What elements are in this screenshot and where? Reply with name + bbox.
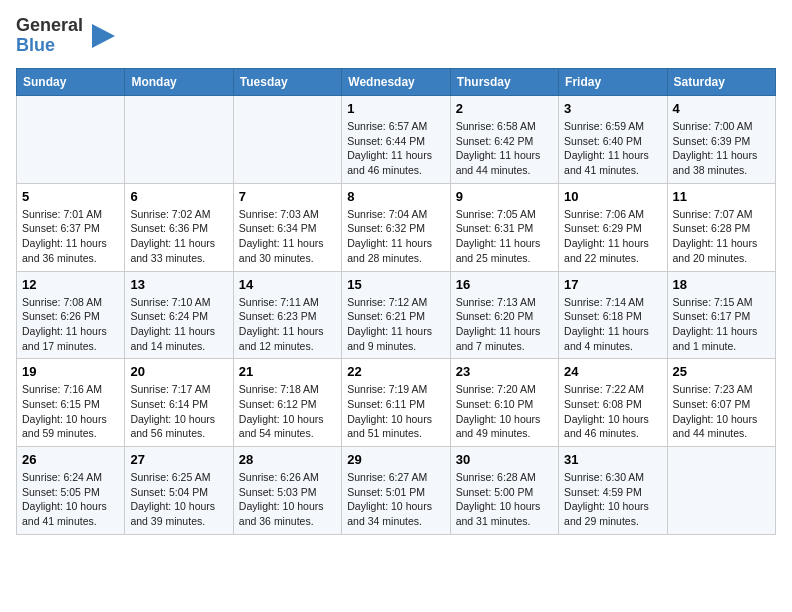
day-cell [667, 447, 775, 535]
day-cell: 25Sunrise: 7:23 AM Sunset: 6:07 PM Dayli… [667, 359, 775, 447]
logo-arrow-icon [87, 16, 117, 56]
header: General Blue [16, 16, 776, 56]
day-cell: 15Sunrise: 7:12 AM Sunset: 6:21 PM Dayli… [342, 271, 450, 359]
day-info: Sunrise: 6:57 AM Sunset: 6:44 PM Dayligh… [347, 119, 444, 178]
col-header-sunday: Sunday [17, 69, 125, 96]
day-cell: 30Sunrise: 6:28 AM Sunset: 5:00 PM Dayli… [450, 447, 558, 535]
col-header-tuesday: Tuesday [233, 69, 341, 96]
day-number: 4 [673, 101, 770, 116]
day-cell: 23Sunrise: 7:20 AM Sunset: 6:10 PM Dayli… [450, 359, 558, 447]
week-row-2: 5Sunrise: 7:01 AM Sunset: 6:37 PM Daylig… [17, 183, 776, 271]
day-number: 30 [456, 452, 553, 467]
day-cell: 6Sunrise: 7:02 AM Sunset: 6:36 PM Daylig… [125, 183, 233, 271]
day-info: Sunrise: 7:17 AM Sunset: 6:14 PM Dayligh… [130, 382, 227, 441]
col-header-wednesday: Wednesday [342, 69, 450, 96]
day-info: Sunrise: 7:11 AM Sunset: 6:23 PM Dayligh… [239, 295, 336, 354]
day-number: 7 [239, 189, 336, 204]
day-info: Sunrise: 6:59 AM Sunset: 6:40 PM Dayligh… [564, 119, 661, 178]
day-number: 2 [456, 101, 553, 116]
day-number: 5 [22, 189, 119, 204]
day-cell: 27Sunrise: 6:25 AM Sunset: 5:04 PM Dayli… [125, 447, 233, 535]
day-info: Sunrise: 7:02 AM Sunset: 6:36 PM Dayligh… [130, 207, 227, 266]
day-info: Sunrise: 7:16 AM Sunset: 6:15 PM Dayligh… [22, 382, 119, 441]
week-row-3: 12Sunrise: 7:08 AM Sunset: 6:26 PM Dayli… [17, 271, 776, 359]
day-cell: 8Sunrise: 7:04 AM Sunset: 6:32 PM Daylig… [342, 183, 450, 271]
day-info: Sunrise: 6:25 AM Sunset: 5:04 PM Dayligh… [130, 470, 227, 529]
day-number: 25 [673, 364, 770, 379]
day-cell: 18Sunrise: 7:15 AM Sunset: 6:17 PM Dayli… [667, 271, 775, 359]
day-cell: 9Sunrise: 7:05 AM Sunset: 6:31 PM Daylig… [450, 183, 558, 271]
day-cell: 20Sunrise: 7:17 AM Sunset: 6:14 PM Dayli… [125, 359, 233, 447]
day-number: 14 [239, 277, 336, 292]
day-number: 17 [564, 277, 661, 292]
day-number: 23 [456, 364, 553, 379]
day-number: 6 [130, 189, 227, 204]
day-info: Sunrise: 7:04 AM Sunset: 6:32 PM Dayligh… [347, 207, 444, 266]
day-number: 20 [130, 364, 227, 379]
day-cell: 22Sunrise: 7:19 AM Sunset: 6:11 PM Dayli… [342, 359, 450, 447]
day-cell: 28Sunrise: 6:26 AM Sunset: 5:03 PM Dayli… [233, 447, 341, 535]
calendar-table: SundayMondayTuesdayWednesdayThursdayFrid… [16, 68, 776, 535]
day-info: Sunrise: 7:00 AM Sunset: 6:39 PM Dayligh… [673, 119, 770, 178]
day-number: 1 [347, 101, 444, 116]
day-number: 8 [347, 189, 444, 204]
day-number: 18 [673, 277, 770, 292]
day-cell: 1Sunrise: 6:57 AM Sunset: 6:44 PM Daylig… [342, 96, 450, 184]
day-number: 31 [564, 452, 661, 467]
week-row-4: 19Sunrise: 7:16 AM Sunset: 6:15 PM Dayli… [17, 359, 776, 447]
day-info: Sunrise: 7:22 AM Sunset: 6:08 PM Dayligh… [564, 382, 661, 441]
day-info: Sunrise: 7:08 AM Sunset: 6:26 PM Dayligh… [22, 295, 119, 354]
day-info: Sunrise: 6:26 AM Sunset: 5:03 PM Dayligh… [239, 470, 336, 529]
day-info: Sunrise: 7:23 AM Sunset: 6:07 PM Dayligh… [673, 382, 770, 441]
day-cell: 31Sunrise: 6:30 AM Sunset: 4:59 PM Dayli… [559, 447, 667, 535]
logo-blue: Blue [16, 36, 83, 56]
day-number: 26 [22, 452, 119, 467]
svg-marker-0 [92, 24, 115, 48]
day-number: 12 [22, 277, 119, 292]
day-cell: 19Sunrise: 7:16 AM Sunset: 6:15 PM Dayli… [17, 359, 125, 447]
day-info: Sunrise: 7:20 AM Sunset: 6:10 PM Dayligh… [456, 382, 553, 441]
col-header-saturday: Saturday [667, 69, 775, 96]
day-cell [233, 96, 341, 184]
day-number: 19 [22, 364, 119, 379]
day-number: 28 [239, 452, 336, 467]
day-info: Sunrise: 7:06 AM Sunset: 6:29 PM Dayligh… [564, 207, 661, 266]
day-info: Sunrise: 7:18 AM Sunset: 6:12 PM Dayligh… [239, 382, 336, 441]
col-header-thursday: Thursday [450, 69, 558, 96]
logo: General Blue [16, 16, 117, 56]
day-number: 13 [130, 277, 227, 292]
day-cell: 16Sunrise: 7:13 AM Sunset: 6:20 PM Dayli… [450, 271, 558, 359]
day-info: Sunrise: 6:28 AM Sunset: 5:00 PM Dayligh… [456, 470, 553, 529]
day-cell: 2Sunrise: 6:58 AM Sunset: 6:42 PM Daylig… [450, 96, 558, 184]
day-info: Sunrise: 7:19 AM Sunset: 6:11 PM Dayligh… [347, 382, 444, 441]
day-cell: 13Sunrise: 7:10 AM Sunset: 6:24 PM Dayli… [125, 271, 233, 359]
day-number: 27 [130, 452, 227, 467]
day-number: 21 [239, 364, 336, 379]
col-header-friday: Friday [559, 69, 667, 96]
day-number: 3 [564, 101, 661, 116]
day-cell: 5Sunrise: 7:01 AM Sunset: 6:37 PM Daylig… [17, 183, 125, 271]
day-info: Sunrise: 7:01 AM Sunset: 6:37 PM Dayligh… [22, 207, 119, 266]
day-cell: 10Sunrise: 7:06 AM Sunset: 6:29 PM Dayli… [559, 183, 667, 271]
day-cell: 11Sunrise: 7:07 AM Sunset: 6:28 PM Dayli… [667, 183, 775, 271]
day-info: Sunrise: 6:58 AM Sunset: 6:42 PM Dayligh… [456, 119, 553, 178]
day-info: Sunrise: 7:10 AM Sunset: 6:24 PM Dayligh… [130, 295, 227, 354]
week-row-1: 1Sunrise: 6:57 AM Sunset: 6:44 PM Daylig… [17, 96, 776, 184]
day-cell [17, 96, 125, 184]
day-number: 24 [564, 364, 661, 379]
day-cell: 3Sunrise: 6:59 AM Sunset: 6:40 PM Daylig… [559, 96, 667, 184]
day-info: Sunrise: 6:30 AM Sunset: 4:59 PM Dayligh… [564, 470, 661, 529]
day-info: Sunrise: 7:05 AM Sunset: 6:31 PM Dayligh… [456, 207, 553, 266]
day-cell: 24Sunrise: 7:22 AM Sunset: 6:08 PM Dayli… [559, 359, 667, 447]
day-info: Sunrise: 7:03 AM Sunset: 6:34 PM Dayligh… [239, 207, 336, 266]
logo-text: General Blue [16, 16, 117, 56]
day-info: Sunrise: 6:27 AM Sunset: 5:01 PM Dayligh… [347, 470, 444, 529]
day-cell: 26Sunrise: 6:24 AM Sunset: 5:05 PM Dayli… [17, 447, 125, 535]
day-info: Sunrise: 7:12 AM Sunset: 6:21 PM Dayligh… [347, 295, 444, 354]
day-number: 22 [347, 364, 444, 379]
day-cell: 12Sunrise: 7:08 AM Sunset: 6:26 PM Dayli… [17, 271, 125, 359]
day-cell: 7Sunrise: 7:03 AM Sunset: 6:34 PM Daylig… [233, 183, 341, 271]
day-cell: 4Sunrise: 7:00 AM Sunset: 6:39 PM Daylig… [667, 96, 775, 184]
header-row: SundayMondayTuesdayWednesdayThursdayFrid… [17, 69, 776, 96]
day-cell: 29Sunrise: 6:27 AM Sunset: 5:01 PM Dayli… [342, 447, 450, 535]
